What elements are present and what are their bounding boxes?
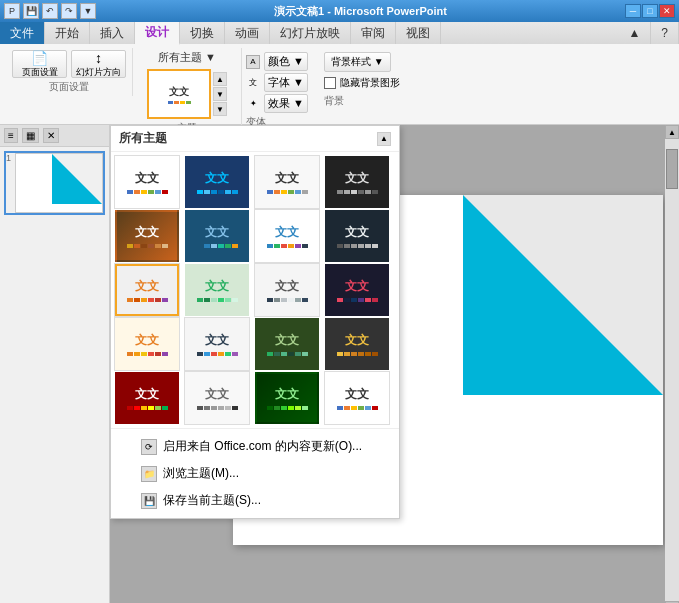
ribbon: 文件 开始 插入 设计 切换 动画 幻灯片放映 审阅 视图 ▲ ? 📄 页面设置… [0, 22, 679, 125]
font-dropdown[interactable]: 字体 ▼ [264, 73, 308, 92]
theme-item[interactable]: 文文 [185, 156, 249, 208]
maximize-button[interactable]: □ [642, 4, 658, 18]
theme-label: 文文 [345, 332, 369, 349]
color-dropdown[interactable]: 颜色 ▼ [264, 52, 308, 71]
theme-item[interactable]: 文文 [325, 264, 389, 316]
more-quick-icon[interactable]: ▼ [80, 3, 96, 19]
theme-item[interactable]: 文文 [255, 156, 319, 208]
hide-bg-shapes-label: 隐藏背景图形 [340, 76, 400, 90]
help-btn[interactable]: ? [651, 22, 679, 44]
theme-item[interactable]: 文文 [255, 318, 319, 370]
scroll-thumb[interactable] [666, 149, 678, 189]
slide-thumbnail[interactable] [15, 153, 103, 213]
theme-label: 文文 [205, 278, 229, 295]
theme-label: 文文 [275, 332, 299, 349]
slide-orientation-button[interactable]: ↕ 幻灯片方向 [71, 50, 126, 78]
theme-label: 文文 [275, 278, 299, 295]
undo-quick-icon[interactable]: ↶ [42, 3, 58, 19]
current-theme-preview[interactable]: 文文 [147, 69, 211, 119]
themes-scroll-up[interactable]: ▲ [213, 72, 227, 86]
theme-label: 文文 [135, 170, 159, 187]
theme-item[interactable]: 文文 [325, 318, 389, 370]
tab-animation[interactable]: 动画 [225, 22, 270, 44]
theme-item[interactable]: 文文 [255, 372, 319, 424]
effect-dropdown[interactable]: 效果 ▼ [264, 94, 308, 113]
theme-item[interactable]: 文文 [115, 372, 179, 424]
browse-icon: 📁 [141, 466, 157, 482]
save-theme-btn[interactable]: 💾 保存当前主题(S)... [111, 487, 399, 514]
scroll-track[interactable] [665, 139, 679, 601]
theme-item[interactable]: 文文 [185, 264, 249, 316]
tab-transition[interactable]: 切换 [180, 22, 225, 44]
theme-item[interactable]: 文文 [325, 372, 389, 424]
minimize-button[interactable]: ─ [625, 4, 641, 18]
theme-item[interactable]: 文文 [255, 210, 319, 262]
panel-outline-btn[interactable]: ≡ [4, 128, 18, 143]
panel-slides-btn[interactable]: ▦ [22, 128, 39, 143]
font-icon: 文 [246, 76, 260, 90]
theme-item[interactable]: 文文 [185, 210, 249, 262]
tab-home[interactable]: 开始 [45, 22, 90, 44]
ribbon-tabs: 文件 开始 插入 设计 切换 动画 幻灯片放映 审阅 视图 ▲ ? [0, 22, 679, 44]
title-bar: P 💾 ↶ ↷ ▼ 演示文稿1 - Microsoft PowerPoint ─… [0, 0, 679, 22]
ribbon-group-bg: A 颜色 ▼ 文 字体 ▼ ✦ 效果 ▼ 变体 [241, 48, 312, 133]
bg-style-button[interactable]: 背景样式 ▼ [324, 52, 391, 72]
theme-label: 文文 [135, 278, 159, 295]
theme-item[interactable]: 文文 [115, 210, 179, 262]
themes-dropdown: 所有主题 ▲ 文文文文文文文文文文文文文文文文文文文文文文文文文文文文文文文文文… [110, 125, 400, 519]
hide-bg-shapes-checkbox[interactable] [324, 77, 336, 89]
theme-item[interactable]: 文文 [325, 210, 389, 262]
theme-item[interactable]: 文文 [185, 318, 249, 370]
theme-label: 文文 [205, 332, 229, 349]
tab-file[interactable]: 文件 [0, 22, 45, 44]
theme-label: 文文 [135, 332, 159, 349]
theme-label: 文文 [345, 278, 369, 295]
ribbon-group-page-setup: 📄 页面设置 ↕ 幻灯片方向 页面设置 [6, 48, 133, 96]
theme-label: 文文 [205, 224, 229, 241]
window-title: 演示文稿1 - Microsoft PowerPoint [96, 4, 625, 19]
slide-item[interactable]: 1 [4, 151, 105, 215]
update-icon: ⟳ [141, 439, 157, 455]
theme-item[interactable]: 文文 [185, 372, 249, 424]
panel-close-btn[interactable]: ✕ [43, 128, 59, 143]
theme-label: 文文 [345, 170, 369, 187]
dropdown-header: 所有主题 ▲ [111, 126, 399, 152]
tab-view[interactable]: 视图 [396, 22, 441, 44]
theme-item[interactable]: 文文 [115, 318, 179, 370]
theme-item[interactable]: 文文 [325, 156, 389, 208]
collapse-btn[interactable]: ▲ [618, 22, 651, 44]
theme-item[interactable]: 文文 [115, 264, 179, 316]
color-icon: A [246, 55, 260, 69]
dropdown-scroll-up[interactable]: ▲ [377, 132, 391, 146]
tab-design[interactable]: 设计 [135, 22, 180, 45]
page-setup-button[interactable]: 📄 页面设置 [12, 50, 67, 78]
canvas-area: 所有主题 ▲ 文文文文文文文文文文文文文文文文文文文文文文文文文文文文文文文文文… [110, 125, 665, 603]
themes-group-label: 所有主题 ▼ [158, 50, 216, 65]
theme-item[interactable]: 文文 [115, 156, 179, 208]
scroll-up-button[interactable]: ▲ [665, 125, 679, 139]
save-icon: 💾 [141, 493, 157, 509]
theme-label: 文文 [275, 386, 299, 403]
ribbon-group-background: 背景样式 ▼ 隐藏背景图形 背景 [320, 48, 404, 112]
redo-quick-icon[interactable]: ↷ [61, 3, 77, 19]
theme-label: 文文 [205, 170, 229, 187]
update-from-office-btn[interactable]: ⟳ 启用来自 Office.com 的内容更新(O)... [111, 433, 399, 460]
themes-scroll-down[interactable]: ▼ [213, 87, 227, 101]
dropdown-footer: ⟳ 启用来自 Office.com 的内容更新(O)... 📁 浏览主题(M).… [111, 428, 399, 518]
background-label: 背景 [324, 94, 400, 108]
theme-label: 文文 [205, 386, 229, 403]
themes-more[interactable]: ▼ [213, 102, 227, 116]
theme-label: 文文 [135, 224, 159, 241]
theme-label: 文文 [135, 386, 159, 403]
tab-review[interactable]: 审阅 [351, 22, 396, 44]
dropdown-title: 所有主题 [119, 130, 377, 147]
effect-icon: ✦ [246, 97, 260, 111]
tab-insert[interactable]: 插入 [90, 22, 135, 44]
theme-item[interactable]: 文文 [255, 264, 319, 316]
title-bar-left: P 💾 ↶ ↷ ▼ [4, 3, 96, 19]
save-quick-icon[interactable]: 💾 [23, 3, 39, 19]
close-button[interactable]: ✕ [659, 4, 675, 18]
tab-slideshow[interactable]: 幻灯片放映 [270, 22, 351, 44]
browse-themes-btn[interactable]: 📁 浏览主题(M)... [111, 460, 399, 487]
page-setup-label: 页面设置 [49, 80, 89, 94]
